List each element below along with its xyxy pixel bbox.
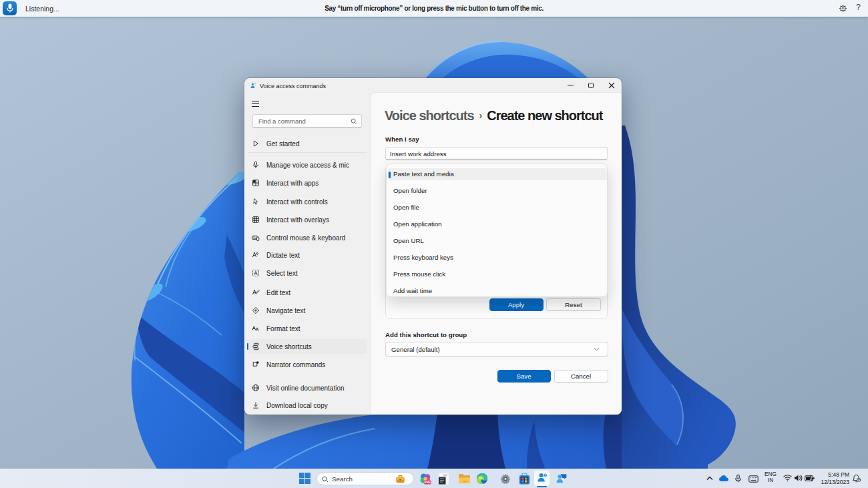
svg-text:PRE: PRE	[425, 481, 431, 484]
